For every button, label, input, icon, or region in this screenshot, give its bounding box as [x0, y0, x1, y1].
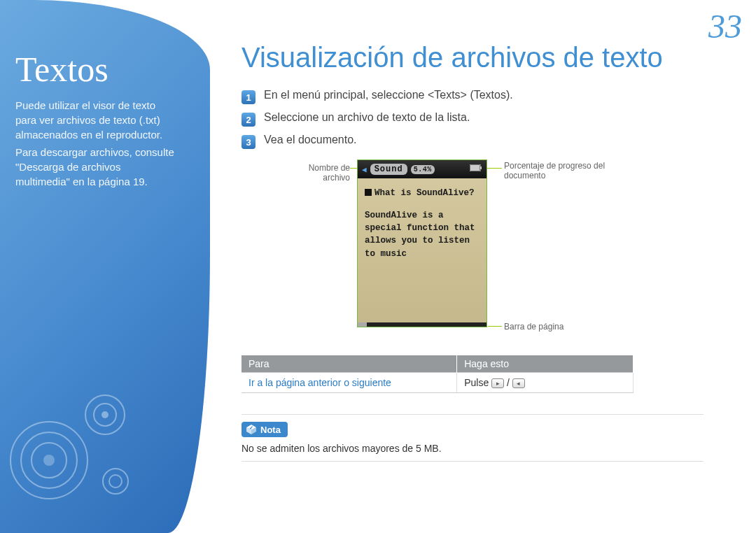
- note-text: No se admiten los archivos mayores de 5 …: [241, 443, 704, 454]
- note-label: Nota: [260, 425, 281, 435]
- table-header-row: Para Haga esto: [241, 355, 634, 373]
- main-title: Visualización de archivos de texto: [241, 42, 732, 73]
- decorative-circles: [7, 376, 140, 512]
- step-number-icon: 1: [241, 90, 255, 104]
- next-button-icon: ▸: [491, 378, 504, 388]
- table-header-haga: Haga esto: [457, 355, 634, 373]
- sidebar-desc-1: Puede utilizar el visor de texto para ve…: [15, 98, 176, 142]
- note-section: ✓ Nota No se admiten los archivos mayore…: [241, 414, 704, 462]
- back-arrow-icon: ◀: [362, 165, 367, 174]
- step-text: Vea el documento.: [264, 134, 357, 146]
- step-text: En el menú principal, seleccione <Texts>…: [264, 89, 513, 101]
- svg-point-6: [102, 411, 108, 418]
- step-1: 1 En el menú principal, seleccione <Text…: [241, 89, 732, 104]
- note-cube-icon: ✓: [246, 424, 257, 435]
- device-status-bar: ◀ Sound 5.4%: [358, 160, 486, 178]
- status-filename: Sound: [370, 164, 407, 175]
- device-figure: Nombre de archivo Porcentaje de progreso…: [284, 159, 648, 341]
- svg-rect-10: [480, 166, 482, 169]
- device-page-bar: [358, 322, 486, 327]
- step-3: 3 Vea el documento.: [241, 134, 732, 149]
- callout-pagebar: Barra de página: [504, 322, 564, 332]
- svg-point-8: [109, 475, 122, 488]
- callout-progress: Porcentaje de progreso del documento: [504, 161, 623, 181]
- device-screen: ◀ Sound 5.4% What is SoundAlive? SoundAl…: [357, 159, 487, 327]
- step-number-icon: 2: [241, 113, 255, 127]
- prev-button-icon: ◂: [512, 378, 525, 388]
- device-body-text: SoundAlive is a special function that al…: [365, 209, 479, 260]
- step-number-icon: 3: [241, 135, 255, 149]
- device-heading: What is SoundAlive?: [374, 188, 475, 198]
- svg-rect-11: [470, 165, 479, 171]
- sidebar-desc-2: Para descargar archivos, consulte "Desca…: [15, 145, 176, 189]
- table-header-para: Para: [241, 355, 457, 373]
- note-badge: ✓ Nota: [241, 422, 288, 437]
- bullet-icon: [365, 189, 372, 196]
- svg-text:✓: ✓: [249, 425, 253, 430]
- svg-point-3: [43, 455, 55, 466]
- page-number: 33: [708, 7, 742, 45]
- sidebar-title: Textos: [15, 49, 190, 90]
- actions-table: Para Haga esto Ir a la página anterior o…: [241, 355, 634, 393]
- step-text: Seleccione un archivo de texto de la lis…: [264, 111, 470, 124]
- table-cell-howto: Pulse ▸ / ◂: [457, 373, 634, 393]
- status-progress-pct: 5.4%: [411, 165, 435, 174]
- step-2: 2 Seleccione un archivo de texto de la l…: [241, 111, 732, 127]
- steps-list: 1 En el menú principal, seleccione <Text…: [241, 89, 732, 149]
- main-content: Visualización de archivos de texto 1 En …: [241, 42, 732, 462]
- pulse-label: Pulse: [464, 377, 489, 388]
- callout-filename: Nombre de archivo: [284, 163, 350, 183]
- battery-icon: [470, 164, 482, 174]
- table-row: Ir a la página anterior o siguiente Puls…: [241, 373, 634, 393]
- svg-point-7: [103, 469, 128, 494]
- sidebar: Textos Puede utilizar el visor de texto …: [0, 0, 210, 533]
- table-cell-action[interactable]: Ir a la página anterior o siguiente: [241, 373, 457, 393]
- device-text-area: What is SoundAlive? SoundAlive is a spec…: [358, 178, 486, 322]
- slash: /: [507, 377, 510, 388]
